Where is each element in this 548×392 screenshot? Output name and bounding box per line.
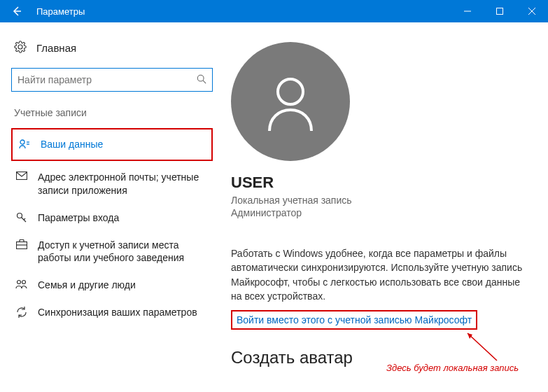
- sidebar-item-your-info[interactable]: Ваши данные: [14, 131, 210, 158]
- maximize-icon: [496, 8, 503, 15]
- sidebar-item-label: Параметры входа: [38, 211, 119, 225]
- sync-icon: [15, 307, 28, 318]
- sidebar-item-signin-options[interactable]: Параметры входа: [11, 204, 213, 232]
- svg-point-11: [17, 213, 22, 218]
- svg-point-7: [20, 140, 24, 144]
- window-controls: [451, 0, 548, 22]
- svg-point-5: [197, 75, 204, 81]
- sidebar-item-email-accounts[interactable]: Адрес электронной почты; учетные записи …: [11, 164, 213, 204]
- close-button[interactable]: [516, 0, 548, 22]
- sidebar-item-label: Семья и другие люди: [38, 279, 136, 292]
- sidebar-item-label: Ваши данные: [41, 138, 103, 151]
- annotation-arrow: [462, 329, 504, 364]
- titlebar: Параметры: [0, 0, 548, 22]
- back-button[interactable]: [0, 0, 34, 22]
- sidebar-item-label: Адрес электронной почты; учетные записи …: [38, 171, 209, 197]
- window-title: Параметры: [34, 6, 451, 17]
- svg-line-13: [24, 218, 25, 220]
- briefcase-icon: [15, 239, 28, 249]
- search-box[interactable]: [11, 68, 213, 92]
- annotation-highlight-signin-link: Войти вместо этого с учетной записью Май…: [231, 310, 477, 330]
- sidebar-item-sync[interactable]: Синхронизация ваших параметров: [11, 299, 213, 326]
- maximize-button[interactable]: [484, 0, 516, 22]
- gear-icon: [14, 41, 27, 55]
- minimize-button[interactable]: [451, 0, 484, 22]
- svg-line-6: [203, 80, 206, 83]
- account-role: Администратор: [231, 207, 523, 218]
- signin-microsoft-link[interactable]: Войти вместо этого с учетной записью Май…: [237, 314, 472, 326]
- sidebar: Главная Учетные записи Ваши данные Адрес…: [0, 22, 224, 392]
- svg-line-19: [468, 333, 497, 360]
- minimize-icon: [464, 8, 471, 15]
- svg-marker-20: [468, 333, 472, 339]
- sidebar-item-family[interactable]: Семья и другие люди: [11, 272, 213, 299]
- annotation-text: Здесь будет локальная запись: [386, 363, 519, 373]
- close-icon: [528, 8, 535, 15]
- people-icon: [15, 279, 28, 289]
- username: USER: [231, 174, 523, 192]
- svg-point-17: [22, 281, 26, 284]
- account-type: Локальная учетная запись: [231, 195, 523, 206]
- svg-rect-2: [497, 8, 503, 15]
- annotation-highlight-your-info: Ваши данные: [11, 128, 213, 161]
- search-input[interactable]: [17, 74, 197, 85]
- avatar: [231, 42, 350, 161]
- person-icon: [255, 66, 325, 136]
- sidebar-item-label: Синхронизация ваших параметров: [38, 306, 197, 319]
- sidebar-item-label: Доступ к учетной записи места работы или…: [38, 239, 209, 265]
- sync-description: Работать с Windows удобнее, когда все па…: [231, 246, 523, 303]
- sidebar-item-work-school[interactable]: Доступ к учетной записи места работы или…: [11, 232, 213, 272]
- mail-icon: [15, 172, 28, 180]
- person-badge-icon: [18, 139, 31, 150]
- key-icon: [15, 212, 28, 223]
- home-link[interactable]: Главная: [11, 35, 213, 68]
- svg-point-16: [17, 281, 21, 284]
- search-icon: [197, 74, 206, 86]
- svg-point-18: [278, 79, 303, 104]
- section-label: Учетные записи: [11, 107, 213, 128]
- home-label: Главная: [36, 42, 76, 54]
- back-arrow-icon: [11, 6, 22, 17]
